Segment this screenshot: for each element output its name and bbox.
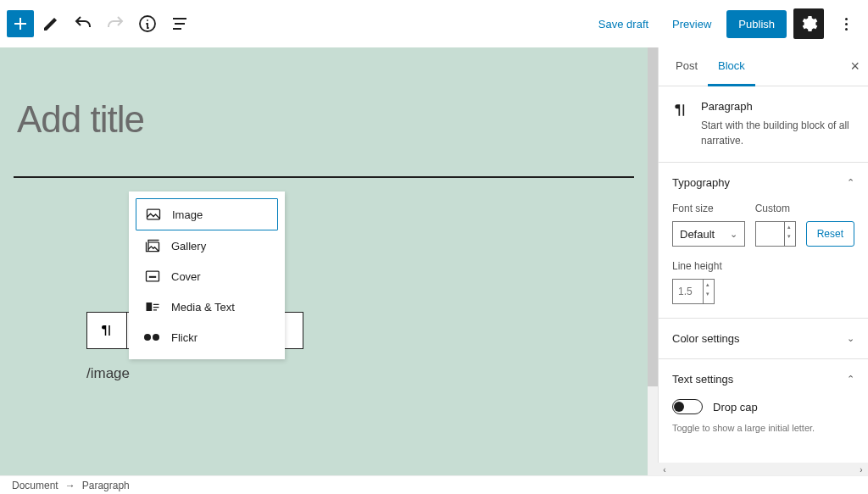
preview-button[interactable]: Preview [664, 11, 720, 37]
breadcrumb-item[interactable]: Paragraph [82, 480, 130, 491]
breadcrumb-item[interactable]: Document [12, 480, 58, 491]
sidebar-horizontal-scrollbar[interactable]: ‹› [658, 463, 868, 476]
svg-rect-1 [147, 209, 160, 219]
inserter-item-label: Flickr [171, 331, 198, 344]
add-block-button[interactable] [7, 10, 34, 37]
undo-button[interactable] [68, 8, 98, 39]
inserter-item-media-text[interactable]: Media & Text [136, 291, 278, 322]
block-description: Start with the building block of all nar… [701, 118, 854, 148]
settings-button[interactable] [793, 8, 824, 39]
text-settings-toggle[interactable]: Text settings ⌃ [672, 373, 854, 386]
more-options-button[interactable] [831, 8, 861, 39]
reset-button[interactable]: Reset [806, 221, 854, 247]
block-info-panel: Paragraph Start with the building block … [659, 86, 868, 163]
inserter-item-image[interactable]: Image [136, 198, 278, 230]
inserter-item-label: Media & Text [171, 301, 235, 314]
line-height-input[interactable]: 1.5 ▴▾ [672, 279, 715, 304]
typography-panel-toggle[interactable]: Typography ⌃ [672, 176, 854, 189]
chevron-down-icon: ⌄ [730, 229, 737, 240]
stepper-down[interactable]: ▾ [704, 289, 712, 298]
stepper-up[interactable]: ▴ [704, 280, 712, 289]
chevron-down-icon: ⌄ [847, 333, 854, 344]
block-title: Paragraph [701, 100, 854, 113]
editor-area: Add title Image [0, 47, 658, 475]
tab-post[interactable]: Post [665, 47, 708, 86]
line-height-label: Line height [672, 260, 854, 272]
cover-icon [144, 268, 161, 285]
color-settings-panel: Color settings ⌄ [659, 319, 868, 359]
breadcrumb: Document → Paragraph [0, 475, 868, 494]
drop-cap-help: Toggle to show a large initial letter. [672, 423, 854, 433]
info-button[interactable] [132, 8, 163, 39]
gallery-icon [144, 237, 161, 254]
save-draft-button[interactable]: Save draft [590, 11, 657, 37]
typography-panel: Typography ⌃ Font size Default ⌄ Custom [659, 163, 868, 319]
inserter-item-label: Cover [171, 270, 201, 283]
close-sidebar-button[interactable]: × [850, 58, 860, 75]
title-input[interactable]: Add title [17, 98, 634, 141]
top-toolbar: Save draft Preview Publish [0, 0, 868, 47]
settings-sidebar: Post Block × Paragraph Start with the bu… [658, 47, 868, 475]
svg-rect-4 [147, 303, 153, 311]
inserter-item-gallery[interactable]: Gallery [136, 230, 278, 261]
block-inserter-popup: Image Gallery Cover Media & Text Flickr [129, 191, 285, 359]
stepper-up[interactable]: ▴ [785, 222, 793, 231]
redo-button[interactable] [100, 8, 131, 39]
inserter-item-flickr[interactable]: Flickr [136, 322, 278, 352]
paragraph-block-input[interactable]: /image [86, 365, 130, 382]
flickr-icon [144, 329, 161, 346]
inserter-item-cover[interactable]: Cover [136, 261, 278, 291]
drop-cap-label: Drop cap [713, 401, 758, 414]
chevron-up-icon: ⌃ [847, 177, 854, 188]
outline-button[interactable] [164, 8, 195, 39]
media-text-icon [144, 298, 161, 315]
block-type-button[interactable] [87, 313, 126, 348]
editor-scrollbar[interactable] [648, 47, 658, 475]
custom-size-input[interactable]: ▴▾ [755, 221, 796, 247]
tab-block[interactable]: Block [708, 47, 755, 86]
paragraph-icon [672, 102, 689, 119]
image-icon [145, 206, 162, 223]
inserter-item-label: Gallery [171, 240, 206, 253]
separator [14, 176, 634, 178]
stepper-down[interactable]: ▾ [785, 231, 793, 241]
color-settings-toggle[interactable]: Color settings ⌄ [672, 332, 854, 345]
custom-size-label: Custom [755, 203, 796, 214]
font-size-label: Font size [672, 203, 745, 214]
drop-cap-toggle[interactable] [672, 399, 703, 414]
inserter-item-label: Image [172, 208, 203, 221]
font-size-select[interactable]: Default ⌄ [672, 221, 745, 247]
edit-mode-button[interactable] [36, 8, 66, 39]
publish-button[interactable]: Publish [726, 10, 787, 38]
chevron-up-icon: ⌃ [847, 374, 854, 385]
text-settings-panel: Text settings ⌃ Drop cap Toggle to show … [659, 359, 868, 447]
